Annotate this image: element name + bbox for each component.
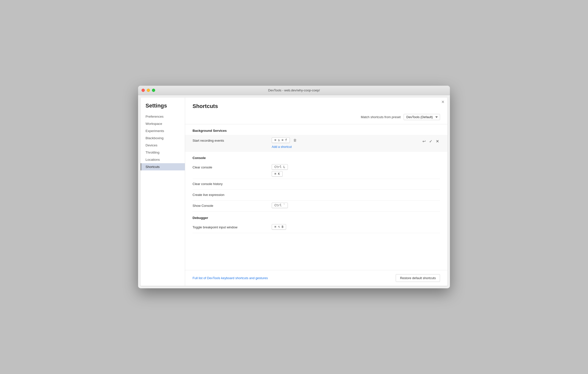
footer: Full list of DevTools keyboard shortcuts…: [185, 270, 447, 286]
page-title: Shortcuts: [193, 103, 440, 109]
sidebar-item-devices[interactable]: Devices: [141, 142, 185, 149]
preset-select[interactable]: DevTools (Default) Visual Studio Code: [404, 114, 440, 120]
close-traffic-light[interactable]: [142, 89, 145, 92]
main-panel: Shortcuts Match shortcuts from preset De…: [185, 98, 447, 286]
add-shortcut-row: Add a shortcut: [272, 144, 421, 149]
cancel-edit-button[interactable]: ✕: [435, 138, 440, 144]
maximize-traffic-light[interactable]: [152, 89, 155, 92]
delete-shortcut-icon[interactable]: 🗑: [292, 137, 298, 143]
key-badge-cmd-alt-b: ⌘ ⌥ B: [272, 224, 286, 230]
sidebar-item-workspace[interactable]: Workspace: [141, 120, 185, 127]
shortcut-name-start-recording: Start recording events: [193, 137, 272, 142]
shortcut-key-row-ctrl-l: Ctrl L: [272, 164, 440, 170]
footer-link[interactable]: Full list of DevTools keyboard shortcuts…: [193, 276, 268, 280]
shortcut-key-row-cmd-alt-b: ⌘ ⌥ B: [272, 224, 440, 230]
edit-actions: ↩ ✓ ✕: [421, 137, 440, 144]
shortcut-keys-start-recording: ⌘ s ⌘ f 🗑 Add a shortcut: [272, 137, 421, 149]
shortcut-row-toggle-breakpoint: Toggle breakpoint input window ⌘ ⌥ B: [193, 222, 440, 233]
key-badge-ctrl-backtick: Ctrl `: [272, 203, 288, 208]
shortcut-key-row-cmd-k: ⌘ K: [272, 171, 440, 177]
section-header-console: Console: [193, 152, 440, 162]
main-header: Shortcuts Match shortcuts from preset De…: [185, 98, 447, 124]
sidebar-item-shortcuts[interactable]: Shortcuts: [141, 163, 185, 170]
shortcut-name-clear-console: Clear console: [193, 164, 272, 169]
shortcut-row-show-console: Show Console Ctrl `: [193, 201, 440, 212]
key-badge-cmd-k: ⌘ K: [272, 171, 283, 177]
confirm-edit-button[interactable]: ✓: [428, 138, 433, 144]
sidebar-item-locations[interactable]: Locations: [141, 156, 185, 163]
traffic-lights: [142, 89, 155, 92]
section-header-background-services: Background Services: [193, 124, 440, 135]
preset-label: Match shortcuts from preset: [361, 115, 401, 119]
shortcut-name-toggle-breakpoint: Toggle breakpoint input window: [193, 224, 272, 229]
sidebar-item-blackboxing[interactable]: Blackboxing: [141, 134, 185, 142]
section-header-debugger: Debugger: [193, 212, 440, 222]
shortcut-row-clear-console-history: Clear console history: [193, 179, 440, 190]
shortcut-name-create-live-expression: Create live expression: [193, 192, 272, 197]
restore-default-shortcuts-button[interactable]: Restore default shortcuts: [396, 274, 440, 282]
sidebar-item-experiments[interactable]: Experiments: [141, 127, 185, 134]
shortcuts-content: Background Services Start recording even…: [185, 124, 447, 270]
preset-row: Match shortcuts from preset DevTools (De…: [193, 114, 440, 124]
window-title: DevTools - web.dev/why-coop-coep/: [268, 88, 320, 92]
close-button[interactable]: ✕: [441, 100, 444, 104]
shortcut-keys-show-console: Ctrl `: [272, 203, 440, 208]
shortcut-name-show-console: Show Console: [193, 203, 272, 208]
sidebar: Settings Preferences Workspace Experimen…: [141, 98, 185, 286]
key-badge-ctrl-l: Ctrl L: [272, 164, 288, 170]
shortcut-row-start-recording: Start recording events ⌘ s ⌘ f 🗑 Add a s…: [185, 135, 447, 152]
undo-edit-button[interactable]: ↩: [421, 138, 427, 144]
shortcut-row-create-live-expression: Create live expression: [193, 190, 440, 201]
sidebar-title: Settings: [141, 103, 185, 113]
sidebar-item-preferences[interactable]: Preferences: [141, 113, 185, 120]
shortcut-name-clear-console-history: Clear console history: [193, 181, 272, 186]
add-shortcut-link[interactable]: Add a shortcut: [272, 145, 292, 149]
settings-content: ✕ Settings Preferences Workspace Experim…: [141, 98, 447, 286]
shortcut-keys-toggle-breakpoint: ⌘ ⌥ B: [272, 224, 440, 230]
shortcut-key-row-ctrl-backtick: Ctrl `: [272, 203, 440, 208]
devtools-window: DevTools - web.dev/why-coop-coep/ ✕ Sett…: [138, 86, 450, 288]
titlebar: DevTools - web.dev/why-coop-coep/: [138, 86, 450, 95]
sidebar-item-throttling[interactable]: Throttling: [141, 149, 185, 156]
key-badge-cmd-s-cmd-f: ⌘ s ⌘ f: [272, 137, 290, 143]
shortcut-keys-clear-console: Ctrl L ⌘ K: [272, 164, 440, 177]
shortcut-key-row: ⌘ s ⌘ f 🗑: [272, 137, 421, 143]
shortcut-row-clear-console: Clear console Ctrl L ⌘ K: [193, 162, 440, 179]
minimize-traffic-light[interactable]: [147, 89, 150, 92]
